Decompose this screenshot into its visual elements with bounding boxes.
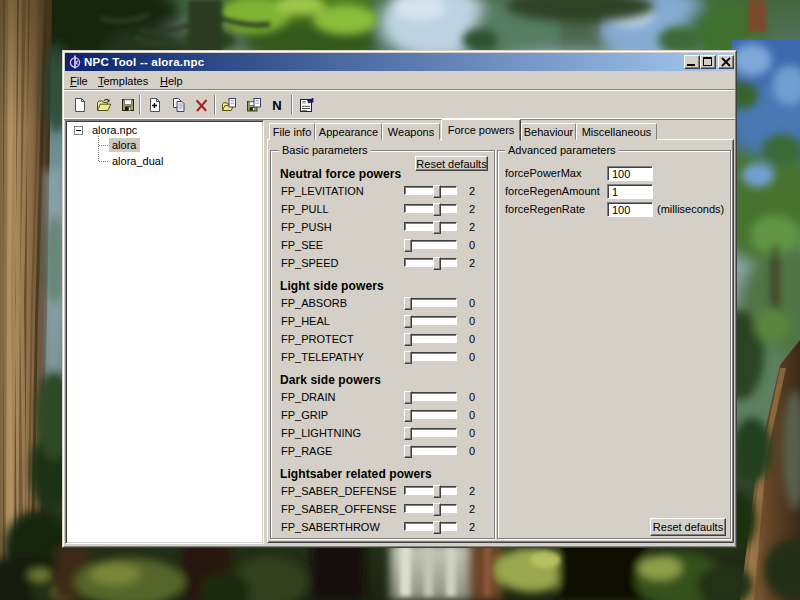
svg-text:N: N: [272, 98, 281, 113]
